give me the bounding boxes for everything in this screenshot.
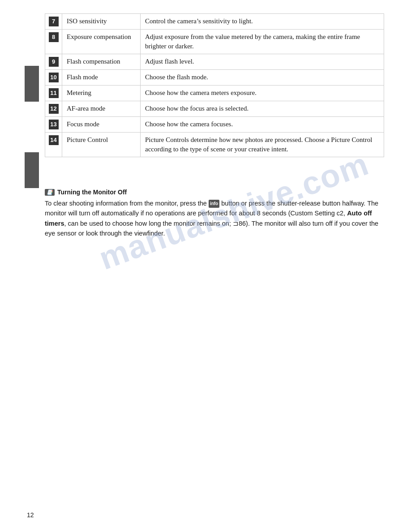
row-name-cell: Focus mode xyxy=(62,117,141,133)
number-badge: 14 xyxy=(49,135,59,145)
row-name-cell: Flash mode xyxy=(62,70,141,86)
table-row: 9Flash compensationAdjust flash level. xyxy=(45,54,384,70)
bottom-section: 📑 Turning the Monitor Off To clear shoot… xyxy=(45,184,384,239)
row-number-cell: 10 xyxy=(45,70,62,86)
table-row: 7ISO sensitivityControl the camera’s sen… xyxy=(45,14,384,30)
info-table: 7ISO sensitivityControl the camera’s sen… xyxy=(45,13,384,157)
number-badge: 9 xyxy=(49,57,59,67)
note-icon: 📑 xyxy=(45,189,55,196)
row-name-cell: ISO sensitivity xyxy=(62,14,141,30)
section-title: 📑 Turning the Monitor Off xyxy=(45,189,384,196)
row-number-cell: 7 xyxy=(45,14,62,30)
row-description-cell: Adjust exposure from the value metered b… xyxy=(141,30,384,54)
table-row: 11MeteringChoose how the camera meters e… xyxy=(45,86,384,101)
row-number-cell: 13 xyxy=(45,117,62,133)
row-name-cell: Exposure compensation xyxy=(62,30,141,54)
table-row: 14Picture ControlPicture Controls determ… xyxy=(45,133,384,157)
row-description-cell: Choose the flash mode. xyxy=(141,70,384,86)
row-description-cell: Control the camera’s sensitivity to ligh… xyxy=(141,14,384,30)
row-description-cell: Adjust flash level. xyxy=(141,54,384,70)
number-badge: 10 xyxy=(49,73,59,82)
row-number-cell: 14 xyxy=(45,133,62,157)
table-row: 10Flash modeChoose the flash mode. xyxy=(45,70,384,86)
row-description-cell: Choose how the camera meters exposure. xyxy=(141,86,384,101)
number-badge: 11 xyxy=(49,88,59,98)
row-number-cell: 9 xyxy=(45,54,62,70)
section-title-text: Turning the Monitor Off xyxy=(57,189,127,196)
row-description-cell: Choose how the camera focuses. xyxy=(141,117,384,133)
reference: ⊐86 xyxy=(233,220,246,227)
row-name-cell: Flash compensation xyxy=(62,54,141,70)
table-row: 13Focus modeChoose how the camera focuse… xyxy=(45,117,384,133)
info-button-icon: info xyxy=(209,200,219,208)
page-container: 7ISO sensitivityControl the camera’s sen… xyxy=(0,0,411,532)
sidebar-marker-bottom xyxy=(25,152,39,188)
number-badge: 13 xyxy=(49,120,59,129)
row-name-cell: Picture Control xyxy=(62,133,141,157)
page-number: 12 xyxy=(27,511,34,519)
number-badge: 8 xyxy=(49,32,59,42)
row-number-cell: 8 xyxy=(45,30,62,54)
bottom-text-part3: , can be used to choose how long the mon… xyxy=(64,220,233,227)
row-number-cell: 11 xyxy=(45,86,62,101)
sidebar-marker-top xyxy=(25,66,39,102)
row-name-cell: Metering xyxy=(62,86,141,101)
number-badge: 7 xyxy=(49,17,59,26)
bottom-text-part1: To clear shooting information from the m… xyxy=(45,200,209,207)
table-row: 8Exposure compensationAdjust exposure fr… xyxy=(45,30,384,54)
row-number-cell: 12 xyxy=(45,101,62,117)
bottom-text: To clear shooting information from the m… xyxy=(45,198,384,239)
row-description-cell: Picture Controls determine how new photo… xyxy=(141,133,384,157)
row-name-cell: AF-area mode xyxy=(62,101,141,117)
number-badge: 12 xyxy=(49,104,59,114)
row-description-cell: Choose how the focus area is selected. xyxy=(141,101,384,117)
table-row: 12AF-area modeChoose how the focus area … xyxy=(45,101,384,117)
